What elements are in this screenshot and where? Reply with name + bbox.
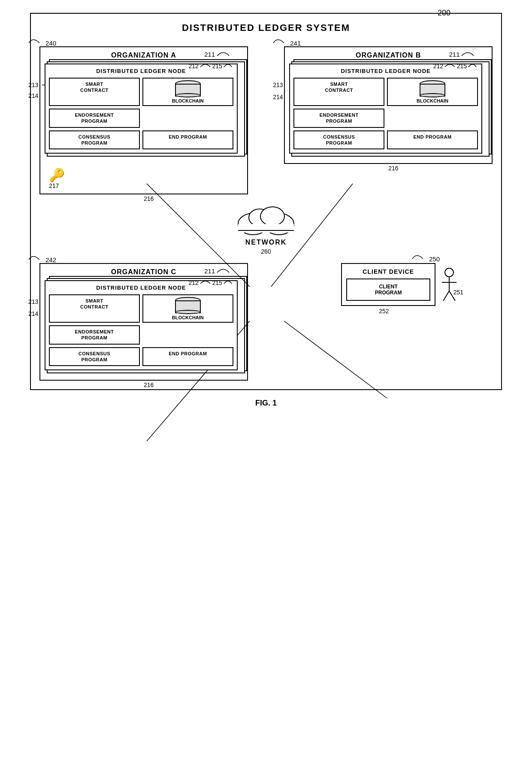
ref-213-c: 213 bbox=[28, 298, 38, 305]
blockchain-label-b: BLOCKCHAIN bbox=[390, 98, 475, 103]
svg-line-10 bbox=[443, 291, 449, 301]
main-title: DISTRIBUTED LEDGER SYSTEM bbox=[39, 22, 493, 33]
ref-211-b: 211 bbox=[449, 51, 460, 58]
cloud-container: NETWORK 260 bbox=[232, 203, 300, 255]
top-row: 240 ORGANIZATION A 211 bbox=[39, 46, 493, 194]
ref-242: 242 bbox=[45, 256, 56, 263]
blockchain-cylinder-c bbox=[175, 297, 201, 314]
blockchain-label-a: BLOCKCHAIN bbox=[145, 98, 231, 103]
bottom-row: 242 ORGANIZATION C 211 bbox=[39, 263, 493, 381]
blockchain-cylinder-b bbox=[420, 80, 445, 97]
org-a-node-grid: SMARTCONTRACT BLOCKCHAIN bbox=[49, 78, 233, 149]
network-label: NETWORK bbox=[245, 239, 287, 246]
client-device-box: CLIENT DEVICE CLIENTPROGRAM bbox=[341, 263, 435, 306]
client-program-cell: CLIENTPROGRAM bbox=[346, 278, 430, 301]
smart-contract-c: SMARTCONTRACT bbox=[49, 294, 140, 323]
consensus-program-a: CONSENSUSPROGRAM bbox=[49, 130, 140, 150]
org-a-node-stack: DISTRIBUTED LEDGER NODE 212 215 bbox=[45, 64, 243, 159]
ref-213-b: 213 bbox=[273, 82, 283, 88]
ref-241: 241 bbox=[290, 39, 301, 47]
ref-240: 240 bbox=[45, 39, 56, 47]
ref-216-b: 216 bbox=[388, 165, 398, 172]
svg-rect-5 bbox=[238, 224, 294, 233]
svg-point-4 bbox=[260, 207, 284, 226]
consensus-program-c: CONSENSUSPROGRAM bbox=[49, 347, 140, 366]
network-cloud bbox=[232, 203, 300, 237]
org-a-box: ORGANIZATION A 211 DISTRIBUTED LEDGER NO… bbox=[39, 46, 248, 194]
svg-point-7 bbox=[445, 268, 453, 277]
ref-217-a: 217 bbox=[49, 182, 59, 189]
end-program-b: END PROGRAM bbox=[387, 130, 478, 150]
smart-contract-b: SMARTCONTRACT bbox=[293, 78, 384, 106]
ref-215-b: 215 bbox=[457, 63, 467, 70]
ref-251: 251 bbox=[453, 289, 463, 296]
key-icon-a: 🔑 bbox=[49, 168, 65, 182]
ref-214-a: 214 bbox=[28, 92, 38, 99]
client-wrapper: 250 CLIENT DEVICE CLIENTPROGRAM 252 bbox=[284, 263, 493, 381]
blockchain-label-c: BLOCKCHAIN bbox=[145, 315, 231, 320]
main-diagram-border: DISTRIBUTED LEDGER SYSTEM 240 ORGANIZATI… bbox=[30, 13, 502, 390]
end-program-a: END PROGRAM bbox=[142, 130, 233, 150]
ref-216-c: 216 bbox=[144, 381, 154, 388]
org-b-wrapper: 241 ORGANIZATION B 211 bbox=[284, 46, 493, 194]
fig-caption: FIG. 1 bbox=[255, 399, 277, 408]
ref-214-b: 214 bbox=[273, 94, 283, 100]
ref-211-c: 211 bbox=[204, 267, 215, 275]
org-b-node-stack: DISTRIBUTED LEDGER NODE 212 215 bbox=[289, 64, 487, 159]
org-b-node-front: DISTRIBUTED LEDGER NODE 212 215 bbox=[289, 64, 482, 154]
ref-212-b: 212 bbox=[433, 63, 443, 70]
org-c-node-stack: DISTRIBUTED LEDGER NODE 212 215 bbox=[45, 280, 243, 375]
blockchain-cylinder-a bbox=[175, 80, 201, 97]
org-c-node-front: DISTRIBUTED LEDGER NODE 212 215 bbox=[45, 280, 238, 370]
endorsement-program-b: ENDORSEMENTPROGRAM bbox=[293, 109, 384, 128]
ref-215-c: 215 bbox=[212, 279, 222, 286]
diagram-content: 240 ORGANIZATION A 211 bbox=[39, 46, 493, 381]
org-b-box: ORGANIZATION B 211 DISTRIBUTED LEDGER NO… bbox=[284, 46, 493, 164]
org-b-node-grid: SMARTCONTRACT BLOCKCHAIN bbox=[293, 78, 478, 149]
ref-213-a: 213 bbox=[28, 82, 38, 88]
consensus-program-b: CONSENSUSPROGRAM bbox=[293, 130, 384, 150]
ref-212-c: 212 bbox=[189, 279, 199, 286]
org-c-wrapper: 242 ORGANIZATION C 211 bbox=[39, 263, 248, 381]
ref-215-a: 215 bbox=[212, 63, 222, 70]
person-icon bbox=[440, 267, 459, 302]
end-program-c: END PROGRAM bbox=[142, 347, 233, 366]
ref-212-a: 212 bbox=[189, 63, 199, 70]
ref-252: 252 bbox=[379, 308, 389, 315]
ref-211-a: 211 bbox=[204, 51, 215, 58]
org-c-box: ORGANIZATION C 211 DISTRIBUTED LEDGER NO… bbox=[39, 263, 248, 381]
ref-214-c: 214 bbox=[28, 310, 38, 317]
ref-216-a: 216 bbox=[144, 195, 154, 202]
org-a-node-front: DISTRIBUTED LEDGER NODE 212 215 bbox=[45, 64, 238, 154]
ref-250: 250 bbox=[429, 255, 440, 263]
endorsement-program-a: ENDORSEMENTPROGRAM bbox=[49, 109, 140, 128]
org-a-wrapper: 240 ORGANIZATION A 211 bbox=[39, 46, 248, 194]
network-area: NETWORK 260 bbox=[39, 203, 493, 254]
endorsement-program-c: ENDORSEMENTPROGRAM bbox=[49, 325, 140, 345]
smart-contract-a: SMARTCONTRACT bbox=[49, 78, 140, 106]
ref-260: 260 bbox=[261, 248, 271, 255]
org-c-node-grid: SMARTCONTRACT BLOCKCHAIN bbox=[49, 294, 233, 366]
client-device-title: CLIENT DEVICE bbox=[346, 268, 430, 275]
